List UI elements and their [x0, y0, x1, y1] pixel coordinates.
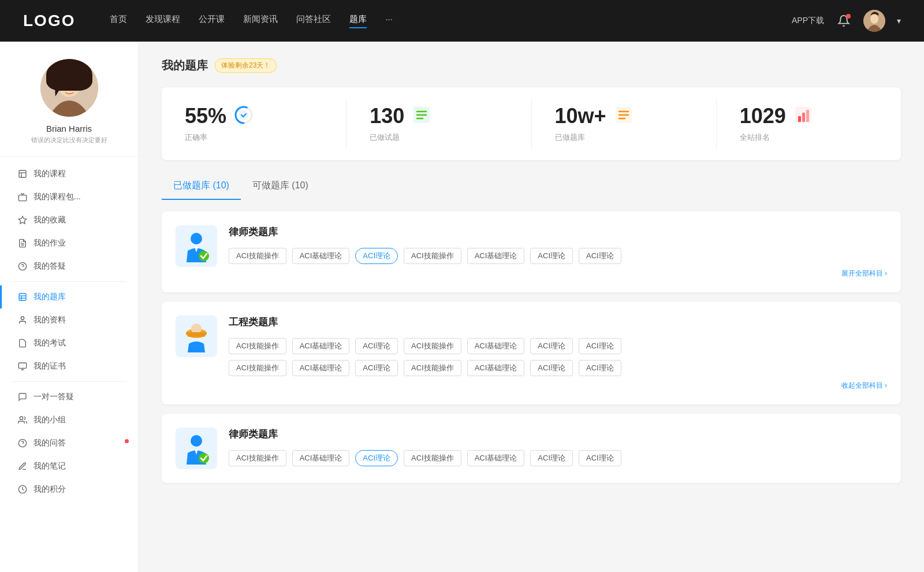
tag[interactable]: ACI理论 [530, 360, 573, 376]
sidebar-item-group[interactable]: 我的小组 [0, 408, 138, 432]
stat-label: 已做试题 [370, 132, 400, 143]
tag[interactable]: ACI基础理论 [292, 360, 350, 376]
app-download-button[interactable]: APP下载 [792, 16, 824, 26]
tag[interactable]: ACI理论 [579, 338, 621, 354]
stat-done-banks: 10w+ 已做题库 [532, 99, 717, 148]
tag[interactable]: ACI基础理论 [292, 248, 350, 264]
qbank-content: 律师类题库 ACI技能操作 ACI基础理论 ACI理论 ACI技能操作 ACI基… [229, 428, 887, 466]
tag[interactable]: ACI理论 [530, 338, 573, 354]
nav-more[interactable]: ··· [385, 14, 393, 28]
nav-news[interactable]: 新闻资讯 [243, 14, 278, 28]
tag[interactable]: ACI技能操作 [229, 450, 286, 466]
tag[interactable]: ACI基础理论 [292, 338, 350, 354]
sidebar-item-myqa[interactable]: 我的问答 [0, 432, 138, 455]
menu-divider-1 [12, 281, 126, 282]
stat-value: 55% [185, 106, 226, 127]
svg-rect-9 [18, 195, 26, 201]
tag[interactable]: ACI理论 [530, 248, 573, 264]
tags-row-2: ACI技能操作 ACI基础理论 ACI理论 ACI技能操作 ACI基础理论 AC… [229, 360, 887, 376]
sidebar-label: 一对一答疑 [33, 392, 74, 402]
tag[interactable]: ACI基础理论 [292, 450, 350, 466]
cert-icon [17, 361, 28, 372]
sidebar-label: 我的问答 [33, 438, 66, 448]
svg-point-4 [64, 86, 66, 88]
qbank-card-inner: 律师类题库 ACI技能操作 ACI基础理论 ACI理论 ACI技能操作 ACI基… [176, 225, 887, 278]
tag[interactable]: ACI技能操作 [229, 360, 286, 376]
tab-available[interactable]: 可做题库 (10) [241, 174, 320, 200]
tabs-row: 已做题库 (10) 可做题库 (10) [162, 174, 901, 200]
nav-open-course[interactable]: 公开课 [199, 14, 225, 28]
nav-discover[interactable]: 发现课程 [146, 14, 180, 28]
sidebar-item-notes[interactable]: 我的笔记 [0, 455, 138, 478]
tab-done[interactable]: 已做题库 (10) [162, 174, 241, 200]
notification-bell[interactable] [836, 13, 852, 29]
stat-value: 10w+ [555, 106, 606, 127]
tag[interactable]: ACI技能操作 [229, 338, 286, 354]
svg-point-49 [199, 453, 209, 463]
sidebar-item-course[interactable]: 我的课程 [0, 162, 138, 185]
collapse-link[interactable]: 收起全部科目 › [229, 381, 887, 391]
tag[interactable]: ACI基础理论 [467, 450, 525, 466]
tag[interactable]: ACI理论 [530, 450, 573, 466]
tag[interactable]: ACI技能操作 [404, 248, 461, 264]
sidebar-item-exam[interactable]: 我的考试 [0, 332, 138, 355]
group-icon [17, 415, 28, 425]
tag-selected[interactable]: ACI理论 [355, 248, 398, 264]
sidebar-label: 我的收藏 [33, 215, 66, 225]
svg-rect-20 [18, 363, 26, 368]
sidebar-item-cert[interactable]: 我的证书 [0, 355, 138, 378]
tag[interactable]: ACI理论 [579, 450, 621, 466]
sidebar-item-homework[interactable]: 我的作业 [0, 232, 138, 255]
tag-selected[interactable]: ACI理论 [355, 450, 398, 466]
qa-icon [17, 261, 28, 272]
tags-row: ACI技能操作 ACI基础理论 ACI理论 ACI技能操作 ACI基础理论 AC… [229, 450, 887, 466]
sidebar-item-profile[interactable]: 我的资料 [0, 309, 138, 332]
user-dropdown-arrow[interactable]: ▾ [897, 16, 901, 25]
nav-qa[interactable]: 问答社区 [296, 14, 331, 28]
sidebar-label: 我的考试 [33, 338, 66, 348]
sidebar-item-points[interactable]: 我的积分 [0, 478, 138, 501]
sidebar-item-1v1[interactable]: 一对一答疑 [0, 385, 138, 408]
sidebar-item-course-pkg[interactable]: 我的课程包... [0, 185, 138, 209]
bar-chart-icon [793, 105, 814, 128]
sidebar-label: 我的证书 [33, 361, 66, 372]
svg-point-19 [21, 317, 24, 320]
tag[interactable]: ACI技能操作 [404, 338, 461, 354]
tag[interactable]: ACI理论 [355, 338, 398, 354]
tag[interactable]: ACI理论 [355, 360, 398, 376]
qbank-card-engineer: 工程类题库 ACI技能操作 ACI基础理论 ACI理论 ACI技能操作 ACI基… [162, 302, 901, 404]
sidebar-item-qa[interactable]: 我的答疑 [0, 255, 138, 278]
svg-rect-6 [19, 170, 26, 177]
sidebar-item-qbank[interactable]: 我的题库 [0, 285, 138, 309]
stat-top: 10w+ [555, 105, 634, 128]
qa-notification-dot [125, 439, 129, 443]
stat-top: 130 [370, 105, 432, 128]
expand-link[interactable]: 展开全部科目 › [229, 269, 887, 278]
notes-icon [17, 461, 28, 471]
logo: LOGO [23, 12, 75, 30]
qbank-icon-lawyer [176, 225, 217, 267]
stat-done-questions: 130 已做试题 [346, 99, 531, 148]
tag[interactable]: ACI技能操作 [404, 450, 461, 466]
tag[interactable]: ACI技能操作 [229, 248, 286, 264]
stat-label: 已做题库 [555, 132, 585, 143]
qbank-icon [17, 292, 28, 302]
tag[interactable]: ACI基础理论 [467, 338, 525, 354]
user-avatar[interactable] [863, 10, 885, 32]
stat-label: 正确率 [185, 132, 207, 143]
tag[interactable]: ACI理论 [579, 248, 621, 264]
tag[interactable]: ACI基础理论 [467, 360, 525, 376]
tag[interactable]: ACI理论 [579, 360, 621, 376]
tags-row-1: ACI技能操作 ACI基础理论 ACI理论 ACI技能操作 ACI基础理论 AC… [229, 338, 887, 354]
sidebar-label: 我的资料 [33, 315, 66, 325]
main-content: 我的题库 体验剩余23天！ 55% 正确 [139, 42, 924, 572]
tag[interactable]: ACI基础理论 [467, 248, 525, 264]
sidebar-item-favorites[interactable]: 我的收藏 [0, 209, 138, 232]
tag[interactable]: ACI技能操作 [404, 360, 461, 376]
stat-top: 1029 [740, 105, 814, 128]
navbar-right: APP下载 ▾ [792, 10, 901, 32]
profile-motto: 错误的决定比没有决定要好 [31, 136, 107, 144]
nav-qbank[interactable]: 题库 [349, 14, 367, 28]
nav-home[interactable]: 首页 [110, 14, 127, 28]
profile-name: Brian Harris [46, 124, 92, 133]
